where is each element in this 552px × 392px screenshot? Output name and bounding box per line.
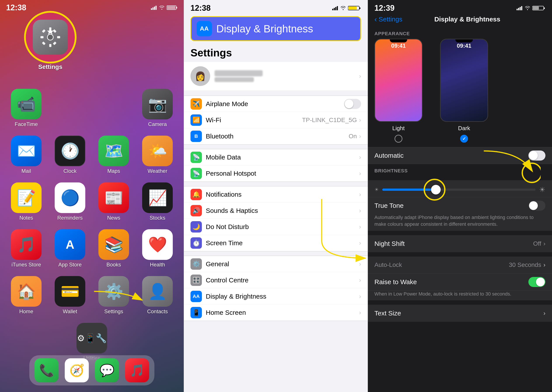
auto-lock-value: 30 Seconds › — [509, 261, 545, 268]
dock-music[interactable]: 🎵 — [125, 358, 149, 382]
svg-rect-5 — [176, 7, 177, 8]
mobile-right: › — [359, 154, 361, 161]
appearance-dark[interactable]: 09:41 Dark — [440, 39, 488, 143]
app-books-wrap[interactable]: 📚 Books — [94, 229, 133, 268]
wifi-icon-3 — [525, 6, 530, 10]
bluetooth-row[interactable]: B Bluetooth On › — [184, 128, 368, 144]
homescreen-row[interactable]: 📱 Home Screen › — [184, 305, 368, 321]
weather-icon[interactable]: 🌤️ — [142, 136, 173, 166]
dark-radio[interactable] — [460, 135, 468, 143]
reminders-icon[interactable]: 🔵 — [55, 182, 85, 213]
wallet-icon[interactable]: 💳 — [55, 276, 85, 307]
app-mail-wrap[interactable]: ✉️ Mail — [7, 136, 46, 174]
app-itunes-wrap[interactable]: 🎵 iTunes Store — [7, 229, 46, 268]
app-facetime-wrap[interactable]: 📹 FaceTime — [7, 89, 46, 127]
back-button[interactable]: ‹ Settings — [374, 15, 402, 23]
health-icon[interactable]: ❤️ — [142, 229, 173, 260]
wifi-label: Wi-Fi — [206, 116, 221, 124]
aa-icon: AA — [197, 21, 212, 36]
svg-rect-10 — [41, 36, 43, 38]
true-tone-toggle[interactable] — [528, 201, 545, 211]
contacts-icon[interactable]: 👤 — [142, 276, 173, 307]
svg-rect-23 — [359, 7, 360, 9]
text-size-chevron: › — [544, 310, 545, 317]
app-weather-wrap[interactable]: 🌤️ Weather — [138, 136, 177, 174]
brightness-track[interactable] — [382, 189, 536, 191]
maps-label: Maps — [107, 168, 120, 174]
app-maps-wrap[interactable]: 🗺️ Maps — [94, 136, 133, 174]
homescreen-label: Home Screen — [206, 309, 246, 316]
airplane-toggle[interactable] — [344, 99, 361, 109]
settings-icon-large[interactable] — [33, 20, 68, 55]
auto-lock-label: Auto-Lock — [374, 261, 402, 268]
camera-icon[interactable]: 📷 — [142, 89, 173, 119]
auto-lock-row[interactable]: Auto-Lock 30 Seconds › — [368, 257, 552, 274]
display-row[interactable]: AA Display & Brightness › — [184, 288, 368, 305]
light-radio[interactable] — [394, 135, 402, 143]
settings-panel: 12:38 AA Display & Brightnes — [184, 0, 368, 392]
time-display: 12:39 — [374, 3, 394, 13]
facetime-icon[interactable]: 📹 — [11, 89, 41, 119]
appstore-icon[interactable]: A — [55, 229, 85, 260]
airplane-row[interactable]: ✈️ Airplane Mode — [184, 96, 368, 112]
utilities-icon[interactable]: ⚙📱🔧 — [76, 323, 107, 353]
home-icon[interactable]: 🏠 — [11, 276, 41, 307]
wifi-icon — [159, 6, 165, 10]
profile-row[interactable]: 👩 › — [184, 62, 368, 90]
night-shift-row[interactable]: Night Shift Off › — [368, 235, 552, 252]
night-shift-right: Off › — [533, 240, 545, 247]
svg-rect-8 — [49, 27, 51, 30]
notes-label: Notes — [20, 215, 33, 221]
control-left: 🎛️ Control Centre — [191, 274, 248, 286]
screentime-label: Screen Time — [206, 239, 242, 247]
profile-info — [214, 70, 263, 82]
svg-rect-29 — [521, 6, 522, 10]
back-chevron: ‹ — [374, 15, 377, 23]
appearance-light[interactable]: 09:41 Light — [374, 39, 422, 143]
app-health-wrap[interactable]: ❤️ Health — [138, 229, 177, 268]
dock-phone[interactable]: 📞 — [34, 358, 59, 382]
app-news-wrap[interactable]: 📰 News — [94, 182, 133, 221]
settings-label-large: Settings — [38, 63, 62, 70]
app-camera-wrap[interactable]: 📷 Camera — [138, 89, 177, 127]
display-brightness-banner[interactable]: AA Display & Brightness — [191, 16, 361, 41]
bluetooth-left: B Bluetooth — [191, 131, 234, 142]
dock-messages[interactable]: 💬 — [95, 358, 119, 382]
brightness-slider-row: ☀ ☀ — [374, 183, 545, 197]
hotspot-row[interactable]: 📡 Personal Hotspot › — [184, 165, 368, 182]
books-icon[interactable]: 📚 — [98, 229, 129, 260]
app-appstore-wrap[interactable]: A App Store — [50, 229, 90, 268]
itunes-icon[interactable]: 🎵 — [11, 229, 41, 260]
app-home-wrap[interactable]: 🏠 Home — [7, 276, 46, 315]
app-stocks-wrap[interactable]: 📈 Stocks — [138, 182, 177, 221]
clock-icon[interactable]: 🕐 — [55, 136, 85, 166]
svg-rect-12 — [42, 29, 46, 33]
svg-rect-26 — [517, 9, 518, 10]
news-icon[interactable]: 📰 — [98, 182, 129, 213]
screentime-left: ⏱️ Screen Time — [191, 237, 242, 249]
wifi-row[interactable]: 📶 Wi-Fi TP-LINK_C1DE_5G › — [184, 112, 368, 128]
settings-page-title: Settings — [184, 45, 368, 62]
control-chevron: › — [359, 277, 361, 284]
svg-rect-1 — [152, 7, 153, 10]
appearance-row: 09:41 Light 09:41 Dark — [368, 39, 552, 147]
maps-icon[interactable]: 🗺️ — [98, 136, 129, 166]
app-reminders-wrap[interactable]: 🔵 Reminders — [50, 182, 90, 221]
control-row[interactable]: 🎛️ Control Centre › — [184, 272, 368, 288]
brightness-thumb[interactable] — [431, 185, 441, 195]
app-clock-wrap[interactable]: 🕐 Clock — [50, 136, 90, 174]
mail-icon[interactable]: ✉️ — [11, 136, 41, 166]
notes-icon[interactable]: 📝 — [11, 182, 41, 213]
dock-safari[interactable]: 🧭 — [65, 358, 89, 382]
mobile-data-row[interactable]: 📡 Mobile Data › — [184, 149, 368, 165]
svg-rect-19 — [335, 7, 336, 10]
text-size-row[interactable]: Text Size › — [368, 305, 552, 322]
app-notes-wrap[interactable]: 📝 Notes — [7, 182, 46, 221]
mobile-label: Mobile Data — [206, 154, 241, 161]
hotspot-chevron: › — [359, 170, 361, 177]
arrow-settings-to-panel2 — [81, 278, 146, 322]
automatic-label: Automatic — [374, 152, 403, 159]
stocks-icon[interactable]: 📈 — [142, 182, 173, 213]
raise-to-wake-row[interactable]: Raise to Wake — [368, 274, 552, 291]
raise-to-wake-toggle[interactable] — [528, 277, 545, 287]
